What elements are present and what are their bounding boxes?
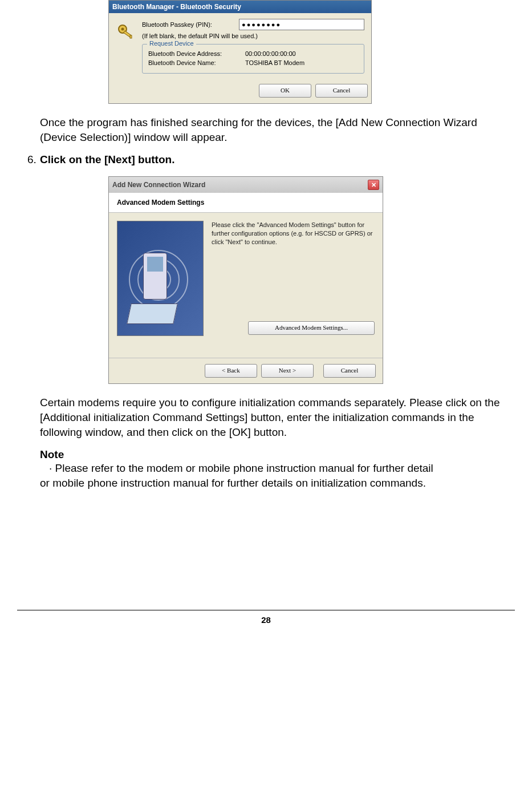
pin-hint: (If left blank, the default PIN will be … (142, 33, 364, 39)
cancel-button[interactable]: Cancel (315, 84, 368, 98)
dialog2-subheader: Advanced Modem Settings (109, 193, 383, 213)
dialog-bluetooth-security: Bluetooth Manager - Bluetooth Security B… (108, 0, 372, 104)
note-bullet-text: Please refer to the modem or mobile phon… (55, 462, 433, 474)
page-number: 28 (17, 610, 515, 625)
close-icon[interactable]: ✕ (368, 180, 379, 190)
device-name-value: TOSHIBA BT Modem (245, 59, 304, 66)
step-6-number: 6. (27, 153, 40, 166)
pin-input[interactable] (239, 19, 364, 30)
device-address-label: Bluetooth Device Address: (148, 50, 245, 57)
modem-icon (127, 304, 178, 324)
group-title: Request Device (147, 40, 196, 47)
wizard-illustration (117, 221, 204, 336)
step-6-text: Click on the [Next] button. (40, 153, 515, 166)
device-name-label: Bluetooth Device Name: (148, 59, 245, 66)
svg-rect-3 (130, 35, 132, 38)
wizard-cancel-button[interactable]: Cancel (323, 364, 376, 378)
dialog2-title: Add New Connection Wizard (112, 181, 205, 189)
dialog2-instructions: Please click the "Advanced Modem Setting… (212, 221, 375, 246)
request-device-group: Request Device Bluetooth Device Address:… (142, 44, 364, 74)
note-heading: Note (40, 448, 515, 461)
note-continuation: or mobile phone instruction manual for f… (40, 476, 515, 491)
step-6: 6. Click on the [Next] button. (27, 153, 515, 166)
dialog-add-new-connection-wizard: Add New Connection Wizard ✕ Advanced Mod… (108, 176, 383, 384)
svg-point-1 (121, 28, 124, 31)
key-icon (116, 22, 136, 43)
note-bullet: · Please refer to the modem or mobile ph… (57, 461, 515, 476)
advanced-modem-settings-button[interactable]: Advanced Modem Settings... (248, 321, 375, 335)
phone-icon (143, 253, 167, 300)
device-address-value: 00:00:00:00:00:00 (245, 50, 296, 57)
dialog1-title: Bluetooth Manager - Bluetooth Security (109, 1, 371, 13)
paragraph-after-dlg2: Certain modems require you to configure … (40, 395, 515, 439)
paragraph-after-dlg1: Once the program has finished searching … (40, 115, 515, 144)
ok-button[interactable]: OK (259, 84, 311, 98)
next-button[interactable]: Next > (261, 364, 314, 378)
pin-label: Bluetooth Passkey (PIN): (142, 21, 239, 28)
back-button[interactable]: < Back (205, 364, 257, 378)
